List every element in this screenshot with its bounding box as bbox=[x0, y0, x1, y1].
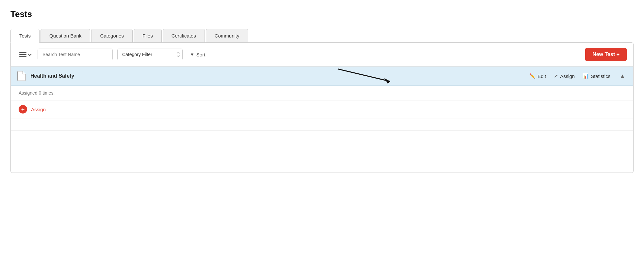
test-detail: Assigned 0 times: + Assign bbox=[11, 86, 633, 130]
edit-button[interactable]: ✏️ Edit bbox=[529, 73, 546, 79]
assign-button[interactable]: ↗ Assign bbox=[554, 73, 575, 79]
edit-label: Edit bbox=[537, 73, 546, 79]
toolbar: Category Filter ▼ Sort New Test + bbox=[11, 43, 633, 67]
assign-label: Assign bbox=[560, 73, 575, 79]
test-row-actions: ✏️ Edit ↗ Assign 📊 Statistics ▲ bbox=[529, 72, 627, 80]
page-title: Tests bbox=[10, 9, 634, 19]
collapse-button[interactable]: ▲ bbox=[618, 72, 627, 80]
sort-button[interactable]: ▼ Sort bbox=[187, 50, 208, 59]
assign-link[interactable]: Assign bbox=[31, 107, 46, 112]
test-name: Health and Safety bbox=[30, 73, 529, 79]
hamburger-icon bbox=[19, 52, 26, 57]
edit-icon: ✏️ bbox=[529, 73, 536, 79]
tabs-row: Tests Question Bank Categories Files Cer… bbox=[10, 28, 634, 42]
search-input[interactable] bbox=[38, 49, 113, 60]
statistics-label: Statistics bbox=[591, 73, 610, 79]
table-row: Health and Safety ✏️ Edit ↗ bbox=[11, 67, 633, 86]
assign-plus-button[interactable]: + bbox=[19, 105, 27, 114]
svg-marker-1 bbox=[384, 78, 390, 84]
tab-tests[interactable]: Tests bbox=[10, 29, 40, 43]
category-filter-wrapper: Category Filter bbox=[117, 49, 183, 60]
tab-question-bank[interactable]: Question Bank bbox=[41, 29, 90, 43]
tab-community[interactable]: Community bbox=[206, 29, 248, 43]
assigned-count: Assigned 0 times: bbox=[11, 86, 633, 100]
tab-files[interactable]: Files bbox=[134, 29, 162, 43]
file-icon bbox=[17, 71, 26, 81]
collapse-icon: ▲ bbox=[619, 73, 625, 79]
tab-categories[interactable]: Categories bbox=[91, 29, 133, 43]
assign-action-row: + Assign bbox=[11, 100, 633, 118]
statistics-button[interactable]: 📊 Statistics bbox=[583, 73, 610, 79]
chevron-down-icon bbox=[28, 52, 31, 56]
sort-label: Sort bbox=[196, 52, 206, 57]
hamburger-menu-button[interactable] bbox=[17, 51, 33, 58]
test-list: Health and Safety ✏️ Edit ↗ bbox=[11, 67, 633, 130]
assign-icon: ↗ bbox=[554, 73, 558, 79]
sort-icon: ▼ bbox=[190, 52, 194, 57]
content-box: Category Filter ▼ Sort New Test + bbox=[10, 42, 634, 173]
category-filter-select[interactable]: Category Filter bbox=[117, 49, 183, 60]
tab-certificates[interactable]: Certificates bbox=[163, 29, 205, 43]
new-test-button[interactable]: New Test + bbox=[585, 48, 627, 61]
detail-empty-row bbox=[11, 118, 633, 130]
statistics-icon: 📊 bbox=[583, 73, 589, 79]
